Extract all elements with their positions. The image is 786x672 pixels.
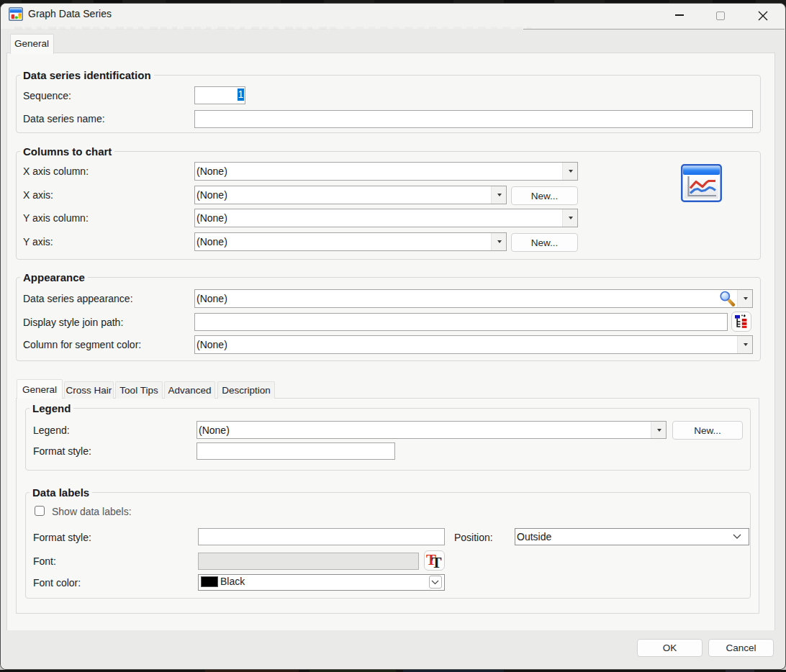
svg-text:T: T: [432, 554, 442, 570]
